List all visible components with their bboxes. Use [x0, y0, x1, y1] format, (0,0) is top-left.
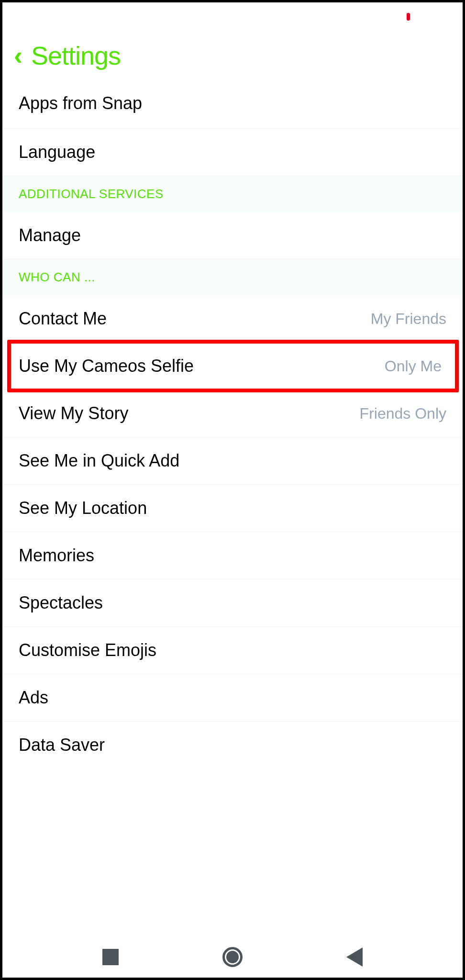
- setting-label: Data Saver: [19, 735, 105, 755]
- setting-label: See My Location: [19, 498, 147, 518]
- section-header-who-can: WHO CAN ...: [2, 259, 463, 295]
- setting-see-me-in-quick-add[interactable]: See Me in Quick Add: [2, 437, 463, 485]
- setting-contact-me[interactable]: Contact Me My Friends: [2, 295, 463, 343]
- back-chevron-icon[interactable]: ‹: [14, 43, 22, 68]
- section-header-additional-services: ADDITIONAL SERVICES: [2, 176, 463, 212]
- setting-label: Ads: [19, 688, 48, 708]
- setting-view-my-story[interactable]: View My Story Friends Only: [2, 390, 463, 437]
- setting-data-saver[interactable]: Data Saver: [2, 722, 463, 768]
- setting-customise-emojis[interactable]: Customise Emojis: [2, 627, 463, 674]
- setting-spectacles[interactable]: Spectacles: [2, 579, 463, 627]
- status-bar: [2, 2, 463, 31]
- settings-list: Apps from Snap Language ADDITIONAL SERVI…: [2, 85, 463, 768]
- setting-see-my-location[interactable]: See My Location: [2, 485, 463, 532]
- setting-apps-from-snap[interactable]: Apps from Snap: [2, 85, 463, 129]
- settings-header: ‹ Settings: [2, 31, 463, 85]
- setting-label: Language: [19, 142, 95, 162]
- setting-value: My Friends: [371, 310, 446, 328]
- back-icon[interactable]: [346, 947, 363, 967]
- setting-ads[interactable]: Ads: [2, 674, 463, 722]
- android-nav-bar: [2, 936, 463, 978]
- setting-label: Use My Cameos Selfie: [19, 356, 194, 376]
- setting-use-my-cameos-selfie[interactable]: Use My Cameos Selfie Only Me: [2, 343, 463, 390]
- section-header-label: WHO CAN ...: [19, 270, 95, 284]
- section-header-label: ADDITIONAL SERVICES: [19, 187, 164, 201]
- recent-apps-icon[interactable]: [102, 949, 119, 965]
- setting-memories[interactable]: Memories: [2, 532, 463, 579]
- setting-label: Spectacles: [19, 593, 103, 613]
- setting-label: View My Story: [19, 403, 128, 423]
- setting-manage[interactable]: Manage: [2, 212, 463, 259]
- setting-label: Customise Emojis: [19, 640, 156, 660]
- home-icon[interactable]: [222, 947, 243, 967]
- setting-label: Contact Me: [19, 309, 107, 329]
- setting-label: See Me in Quick Add: [19, 451, 179, 471]
- setting-label: Apps from Snap: [19, 93, 142, 113]
- battery-low-icon: [407, 13, 410, 21]
- setting-value: Only Me: [385, 357, 442, 375]
- setting-value: Friends Only: [360, 405, 446, 423]
- page-title: Settings: [31, 41, 121, 70]
- setting-label: Manage: [19, 225, 81, 245]
- setting-label: Memories: [19, 546, 94, 566]
- setting-language[interactable]: Language: [2, 129, 463, 176]
